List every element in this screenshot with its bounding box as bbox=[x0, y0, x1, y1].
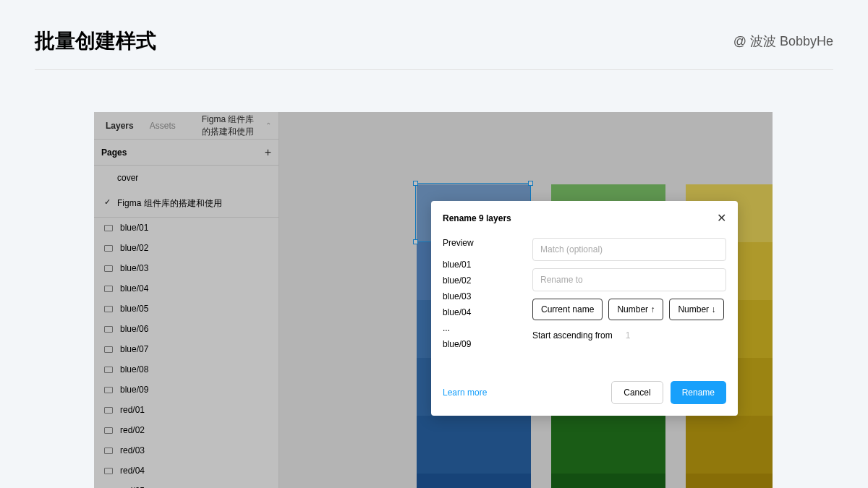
pages-list: coverFigma 组件库的搭建和使用 bbox=[94, 166, 278, 217]
layer-label: red/04 bbox=[120, 466, 145, 476]
frame-icon bbox=[104, 387, 113, 393]
preview-label: Preview bbox=[443, 238, 522, 248]
dialog-body: Preview blue/01blue/02blue/03blue/04...b… bbox=[443, 238, 726, 352]
cancel-button[interactable]: Cancel bbox=[611, 381, 663, 404]
layer-item[interactable]: blue/01 bbox=[94, 218, 278, 238]
color-swatch[interactable] bbox=[686, 416, 773, 474]
page-selector-label: Figma 组件库的搭建和使用 bbox=[202, 114, 261, 138]
frame-icon bbox=[104, 326, 113, 333]
footer-buttons: Cancel Rename bbox=[611, 381, 726, 404]
close-icon[interactable]: ✕ bbox=[717, 211, 726, 225]
left-panel: Layers Assets Figma 组件库的搭建和使用 ⌃ Pages + … bbox=[94, 112, 279, 488]
rename-dialog: Rename 9 layers ✕ Preview blue/01blue/02… bbox=[431, 201, 738, 416]
layer-label: red/01 bbox=[120, 405, 145, 415]
layer-item[interactable]: blue/03 bbox=[94, 258, 278, 278]
page-selector[interactable]: Figma 组件库的搭建和使用 ⌃ bbox=[202, 114, 271, 138]
layer-item[interactable]: red/02 bbox=[94, 420, 278, 440]
layer-item[interactable]: blue/05 bbox=[94, 299, 278, 319]
frame-icon bbox=[104, 265, 113, 272]
learn-more-link[interactable]: Learn more bbox=[443, 388, 487, 398]
layer-label: blue/05 bbox=[120, 304, 148, 314]
color-swatch[interactable] bbox=[417, 474, 531, 488]
pages-header: Pages + bbox=[94, 140, 278, 166]
top-tabs: Layers Assets Figma 组件库的搭建和使用 ⌃ bbox=[94, 112, 278, 140]
frame-icon bbox=[104, 367, 113, 373]
layer-label: blue/08 bbox=[120, 364, 148, 374]
ascending-row: Start ascending from bbox=[532, 330, 726, 341]
pages-label: Pages bbox=[101, 147, 127, 158]
layer-item[interactable]: blue/09 bbox=[94, 380, 278, 400]
frame-icon bbox=[104, 225, 113, 231]
preview-item: blue/09 bbox=[443, 336, 522, 352]
layer-label: blue/04 bbox=[120, 283, 148, 294]
frame-icon bbox=[104, 286, 113, 292]
add-page-icon[interactable]: + bbox=[265, 146, 271, 159]
ascending-label: Start ascending from bbox=[532, 330, 613, 341]
selection-handle[interactable] bbox=[413, 239, 418, 244]
page-item[interactable]: Figma 组件库的搭建和使用 bbox=[94, 190, 278, 217]
layer-item[interactable]: red/03 bbox=[94, 440, 278, 461]
dialog-footer: Learn more Cancel Rename bbox=[443, 381, 726, 404]
frame-icon bbox=[104, 448, 113, 454]
color-swatch[interactable] bbox=[417, 416, 531, 474]
layer-item[interactable]: blue/07 bbox=[94, 339, 278, 359]
layers-list: blue/01blue/02blue/03blue/04blue/05blue/… bbox=[94, 217, 278, 488]
layer-item[interactable]: red/04 bbox=[94, 461, 278, 481]
layer-label: red/03 bbox=[120, 445, 145, 455]
rename-button[interactable]: Rename bbox=[671, 381, 726, 404]
author-label: @ 波波 BobbyHe bbox=[733, 33, 833, 50]
layer-label: blue/09 bbox=[120, 385, 148, 395]
rename-input[interactable] bbox=[532, 268, 726, 291]
layer-item[interactable]: blue/06 bbox=[94, 319, 278, 339]
layer-label: blue/03 bbox=[120, 263, 148, 273]
layer-item[interactable]: blue/02 bbox=[94, 238, 278, 258]
ascending-input[interactable] bbox=[623, 330, 644, 341]
match-input[interactable] bbox=[532, 238, 726, 261]
layer-item[interactable]: blue/04 bbox=[94, 278, 278, 299]
number-desc-button[interactable]: Number ↓ bbox=[669, 299, 724, 320]
selection-handle[interactable] bbox=[413, 181, 418, 186]
frame-icon bbox=[104, 407, 113, 414]
color-swatch[interactable] bbox=[551, 474, 665, 488]
layer-item[interactable]: red/01 bbox=[94, 400, 278, 420]
color-swatch[interactable] bbox=[686, 474, 773, 488]
frame-icon bbox=[104, 306, 113, 312]
layer-item[interactable]: red/05 bbox=[94, 481, 278, 488]
dialog-title: Rename 9 layers bbox=[443, 213, 511, 223]
current-name-button[interactable]: Current name bbox=[532, 299, 603, 320]
preview-item: blue/03 bbox=[443, 288, 522, 304]
slide-header: 批量创建样式 @ 波波 BobbyHe bbox=[0, 0, 868, 69]
preview-item: blue/01 bbox=[443, 257, 522, 273]
tab-assets[interactable]: Assets bbox=[145, 114, 180, 138]
page-item[interactable]: cover bbox=[94, 166, 278, 190]
chevron-up-icon: ⌃ bbox=[265, 121, 271, 129]
layer-label: blue/07 bbox=[120, 344, 148, 354]
number-asc-button[interactable]: Number ↑ bbox=[608, 299, 663, 320]
token-buttons: Current name Number ↑ Number ↓ bbox=[532, 299, 726, 320]
frame-icon bbox=[104, 468, 113, 474]
frame-icon bbox=[104, 427, 113, 434]
color-swatch[interactable] bbox=[551, 416, 665, 474]
tab-layers[interactable]: Layers bbox=[101, 114, 138, 138]
preview-column: Preview blue/01blue/02blue/03blue/04...b… bbox=[443, 238, 522, 352]
preview-item: blue/04 bbox=[443, 304, 522, 320]
page-title: 批量创建样式 bbox=[35, 27, 156, 55]
selection-handle[interactable] bbox=[528, 181, 533, 186]
layer-label: blue/01 bbox=[120, 223, 148, 233]
preview-item: blue/02 bbox=[443, 273, 522, 288]
preview-item: ... bbox=[443, 320, 522, 336]
frame-icon bbox=[104, 346, 113, 353]
layer-label: blue/02 bbox=[120, 243, 148, 253]
frame-icon bbox=[104, 245, 113, 252]
form-column: Current name Number ↑ Number ↓ Start asc… bbox=[532, 238, 726, 352]
layer-label: blue/06 bbox=[120, 324, 148, 334]
layer-item[interactable]: blue/08 bbox=[94, 359, 278, 380]
divider bbox=[35, 69, 833, 70]
layer-label: red/02 bbox=[120, 425, 145, 435]
dialog-header: Rename 9 layers ✕ bbox=[443, 211, 726, 225]
